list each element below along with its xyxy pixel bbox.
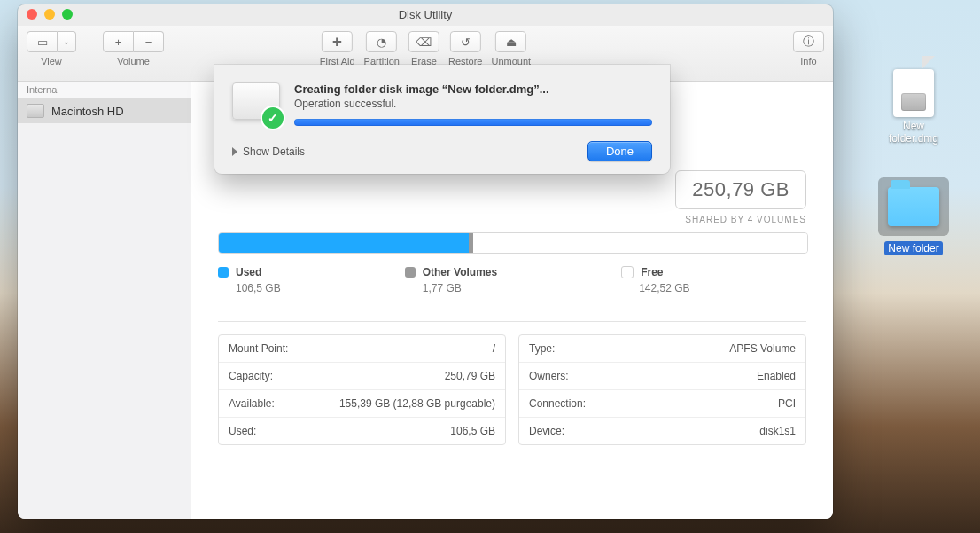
done-button[interactable]: Done [587, 141, 652, 161]
info-icon: ⓘ [800, 34, 818, 50]
dmg-file-icon [893, 69, 934, 117]
capacity-value: 250,79 GB [692, 178, 789, 201]
disk-utility-window: Disk Utility ▭ ⌄ View + − Volume ✚First … [18, 4, 833, 519]
info-row: Owners:Enabled [519, 363, 805, 390]
info-row: Mount Point:/ [219, 335, 505, 363]
toolbar-group-volume: + − Volume [103, 31, 164, 67]
internal-disk-icon [27, 104, 44, 118]
pie-icon: ◔ [373, 34, 391, 50]
close-icon[interactable] [27, 9, 37, 20]
eject-icon: ⏏ [502, 34, 520, 50]
progress-sheet: ✓ Creating folder disk image “New folder… [214, 65, 670, 174]
legend-swatch-free [621, 266, 634, 278]
show-details-label: Show Details [243, 145, 305, 158]
desktop-background: New folder.dmg New folder Disk Utility ▭… [0, 0, 980, 533]
partition-button[interactable]: ◔ [366, 31, 397, 52]
maximize-icon[interactable] [62, 9, 73, 20]
desktop-item-label: New folder [884, 241, 942, 255]
view-mode-button[interactable]: ▭ [27, 31, 58, 52]
legend-swatch-other [405, 267, 416, 278]
desktop-item-label: New folder.dmg [874, 119, 953, 145]
legend-value: 106,5 GB [236, 282, 281, 294]
restore-button[interactable]: ↺ [450, 31, 481, 52]
success-badge-icon: ✓ [261, 106, 285, 130]
usage-segment-used [219, 233, 469, 253]
plus-icon: + [115, 35, 122, 49]
usage-legend: Used 106,5 GB Other Volumes 1,77 GB Free… [218, 266, 806, 294]
disclosure-triangle-icon [232, 147, 237, 156]
info-row: Type:APFS Volume [519, 335, 805, 363]
legend-value: 142,52 GB [639, 282, 689, 294]
toolbar-label: Info [800, 56, 816, 67]
sheet-subtitle: Operation successful. [294, 98, 652, 110]
info-row: Device:disk1s1 [519, 418, 805, 444]
desktop-item-dmg[interactable]: New folder.dmg [874, 69, 953, 145]
info-panels: Mount Point:/ Capacity:250,79 GB Availab… [218, 334, 806, 445]
first-aid-button[interactable]: ✚ [322, 31, 353, 52]
legend-label: Free [641, 266, 663, 278]
desktop-item-folder[interactable]: New folder [874, 177, 953, 255]
toolbar-group-view: ▭ ⌄ View [27, 31, 76, 67]
capacity-subtitle: SHARED BY 4 VOLUMES [673, 215, 806, 224]
erase-icon: ⌫ [415, 34, 432, 50]
capacity-box: 250,79 GB [675, 170, 806, 209]
legend-swatch-used [218, 267, 229, 278]
window-title: Disk Utility [399, 8, 453, 21]
erase-button[interactable]: ⌫ [408, 31, 439, 52]
info-row: Used:106,5 GB [219, 418, 505, 444]
usage-bar [218, 232, 808, 254]
chevron-down-icon: ⌄ [63, 37, 70, 46]
sidebar: Internal Macintosh HD [18, 82, 191, 519]
titlebar[interactable]: Disk Utility [18, 4, 833, 26]
sidebar-layout-icon: ▭ [34, 34, 51, 50]
remove-volume-button[interactable]: − [134, 31, 164, 52]
info-row: Capacity:250,79 GB [219, 363, 505, 390]
info-column-left: Mount Point:/ Capacity:250,79 GB Availab… [218, 334, 506, 445]
toolbar-label: View [41, 56, 62, 67]
usage-segment-free [473, 233, 807, 253]
toolbar-group-info: ⓘ Info [793, 31, 824, 67]
restore-icon: ↺ [456, 34, 474, 50]
info-row: Connection:PCI [519, 390, 805, 418]
minimize-icon[interactable] [44, 9, 55, 20]
info-button[interactable]: ⓘ [793, 31, 824, 52]
sidebar-section-header: Internal [18, 82, 191, 98]
info-row: Available:155,39 GB (12,88 GB purgeable) [219, 390, 505, 418]
sheet-title: Creating folder disk image “New folder.d… [294, 82, 652, 96]
legend-label: Other Volumes [423, 266, 497, 278]
sidebar-item-label: Macintosh HD [51, 105, 124, 118]
legend-label: Used [236, 266, 261, 278]
toolbar-label: Volume [117, 56, 150, 67]
stethoscope-icon: ✚ [329, 34, 346, 50]
unmount-button[interactable]: ⏏ [495, 31, 526, 52]
drive-icon: ✓ [232, 82, 282, 127]
add-volume-button[interactable]: + [103, 31, 134, 52]
minus-icon: − [145, 35, 152, 49]
folder-icon [888, 187, 939, 226]
legend-value: 1,77 GB [423, 282, 497, 294]
sidebar-item-macintosh-hd[interactable]: Macintosh HD [18, 98, 191, 123]
progress-bar [294, 119, 652, 126]
view-dropdown-button[interactable]: ⌄ [58, 31, 76, 52]
show-details-toggle[interactable]: Show Details [232, 145, 305, 158]
info-column-right: Type:APFS Volume Owners:Enabled Connecti… [518, 334, 806, 445]
